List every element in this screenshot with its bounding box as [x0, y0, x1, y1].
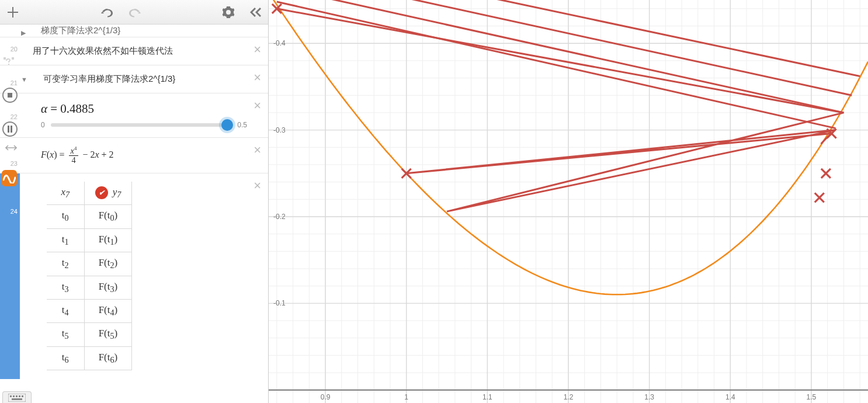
- svg-line-95: [277, 0, 844, 113]
- table-cell[interactable]: F(t1): [84, 228, 132, 252]
- expression-row[interactable]: × F(x) = x44 − 2x + 2: [0, 138, 268, 173]
- table-header-x[interactable]: x7: [47, 182, 84, 205]
- table-cell[interactable]: t4: [47, 300, 84, 323]
- svg-rect-5: [13, 395, 15, 397]
- undo-button[interactable]: [99, 4, 116, 20]
- expression-row[interactable]: 梯度下降法求2^{1/3}: [0, 25, 268, 37]
- svg-text:1.4: 1.4: [725, 393, 735, 401]
- slider-thumb[interactable]: [221, 119, 233, 131]
- svg-text:1.5: 1.5: [807, 393, 817, 401]
- delete-row-button[interactable]: ×: [254, 143, 261, 158]
- series-color-icon[interactable]: ✔: [95, 186, 108, 199]
- graph-viewport[interactable]: 0.911.11.21.31.41.5-0.1-0.2-0.3-0.4: [269, 0, 868, 403]
- table-cell[interactable]: F(t2): [84, 252, 132, 276]
- table-cell[interactable]: t5: [47, 323, 84, 346]
- keyboard-toggle[interactable]: [2, 391, 32, 403]
- settings-button[interactable]: [220, 4, 237, 20]
- undo-icon: [101, 7, 114, 18]
- expression-row[interactable]: × 可变学习率用梯度下降法求2^{1/3}: [0, 65, 268, 93]
- svg-rect-6: [16, 395, 18, 397]
- svg-rect-3: [8, 394, 26, 402]
- expression-toolbar: [0, 0, 268, 25]
- table-cell[interactable]: t1: [47, 228, 84, 252]
- table-header-y[interactable]: ✔ y7: [84, 182, 132, 205]
- table-row[interactable]: t3F(t3): [47, 276, 132, 299]
- graph-svg: 0.911.11.21.31.41.5-0.1-0.2-0.3-0.4: [269, 0, 868, 403]
- table-row[interactable]: t1F(t1): [47, 228, 132, 252]
- chevron-right-icon[interactable]: [21, 27, 26, 37]
- redo-button[interactable]: [126, 4, 143, 20]
- table-cell[interactable]: t3: [47, 276, 84, 299]
- slider-max[interactable]: 0.5: [237, 121, 247, 129]
- svg-rect-9: [12, 398, 22, 400]
- svg-text:1: 1: [404, 393, 408, 401]
- table-cell[interactable]: F(t5): [84, 323, 132, 346]
- slider-expression[interactable]: α = 0.4885: [41, 102, 247, 116]
- slider-min[interactable]: 0: [41, 121, 45, 129]
- add-expression-button[interactable]: [5, 4, 21, 20]
- delete-row-button[interactable]: ×: [254, 178, 261, 193]
- chevron-down-icon[interactable]: [21, 74, 27, 84]
- function-expression[interactable]: F(x) = x44 − 2x + 2: [33, 138, 268, 173]
- svg-text:-0.2: -0.2: [273, 213, 286, 221]
- svg-rect-7: [19, 395, 20, 397]
- slider[interactable]: 0 0.5: [41, 121, 247, 129]
- svg-text:-0.4: -0.4: [273, 39, 286, 47]
- table-row[interactable]: t4F(t4): [47, 300, 132, 323]
- table-row[interactable]: t0F(t0): [47, 205, 132, 228]
- plus-icon: [8, 7, 18, 18]
- delete-row-button[interactable]: ×: [254, 70, 261, 85]
- svg-rect-4: [10, 395, 12, 397]
- svg-text:-0.1: -0.1: [273, 299, 286, 307]
- table-cell[interactable]: t6: [47, 346, 84, 370]
- expression-row[interactable]: × α = 0.4885 0 0.5: [0, 93, 268, 138]
- svg-text:-0.3: -0.3: [273, 126, 286, 134]
- svg-text:1.3: 1.3: [644, 393, 654, 401]
- table-cell[interactable]: F(t3): [84, 276, 132, 299]
- expression-row[interactable]: × 用了十六次效果依然不如牛顿迭代法: [0, 37, 268, 65]
- table-row[interactable]: t2F(t2): [47, 252, 132, 276]
- table-cell[interactable]: F(t6): [84, 346, 132, 370]
- folder-title: 梯度下降法求2^{1/3}: [33, 25, 268, 36]
- gear-icon: [223, 6, 234, 18]
- chevron-double-left-icon: [249, 7, 261, 18]
- delete-row-button[interactable]: ×: [254, 98, 261, 113]
- table-cell[interactable]: F(t0): [84, 205, 132, 228]
- expression-list: 梯度下降法求2^{1/3} × 用了十六次效果依然不如牛顿迭代法 × 可变学习率…: [0, 25, 268, 403]
- svg-text:0.9: 0.9: [321, 393, 331, 401]
- table-cell[interactable]: t0: [47, 205, 84, 228]
- table-row[interactable]: t6F(t6): [47, 346, 132, 370]
- svg-text:1.2: 1.2: [564, 393, 574, 401]
- collapse-panel-button[interactable]: [247, 4, 263, 20]
- svg-line-96: [277, 2, 836, 128]
- table-cell[interactable]: F(t4): [84, 300, 132, 323]
- svg-text:1.1: 1.1: [482, 393, 492, 401]
- data-table[interactable]: x7 ✔ y7 t0F(t0)t1F(t1)t2F(t2)t3F(t3)t4F(…: [47, 182, 247, 370]
- expression-row[interactable]: × x7 ✔ y7 t0F(t0)t1F(t1)t2F(t2)t3F(t3)t4…: [0, 173, 268, 378]
- table-cell[interactable]: t2: [47, 252, 84, 276]
- table-row[interactable]: t5F(t5): [47, 323, 132, 346]
- folder-title[interactable]: 可变学习率用梯度下降法求2^{1/3}: [33, 65, 268, 93]
- redo-icon: [128, 7, 141, 18]
- delete-row-button[interactable]: ×: [254, 42, 261, 57]
- keyboard-icon: [8, 394, 26, 402]
- note-text[interactable]: 用了十六次效果依然不如牛顿迭代法: [33, 37, 268, 65]
- svg-rect-8: [22, 395, 23, 397]
- slider-track[interactable]: [51, 123, 232, 127]
